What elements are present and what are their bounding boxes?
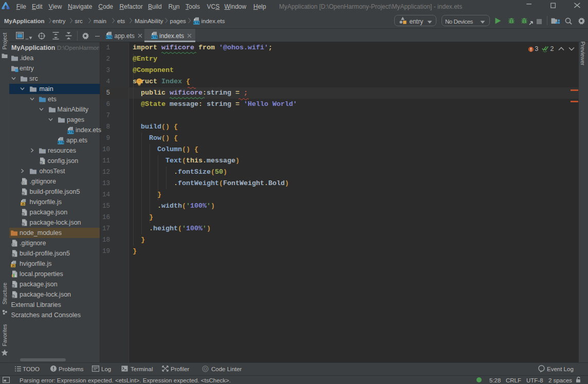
- svg-text:ETS: ETS: [151, 35, 157, 39]
- svg-text:JS: JS: [21, 202, 25, 205]
- svg-text:ETS: ETS: [106, 35, 112, 39]
- svg-text:ETS: ETS: [58, 141, 64, 144]
- svg-text:ETS: ETS: [193, 21, 199, 24]
- svg-text:ETS: ETS: [67, 131, 74, 134]
- svg-text:JS: JS: [11, 264, 15, 267]
